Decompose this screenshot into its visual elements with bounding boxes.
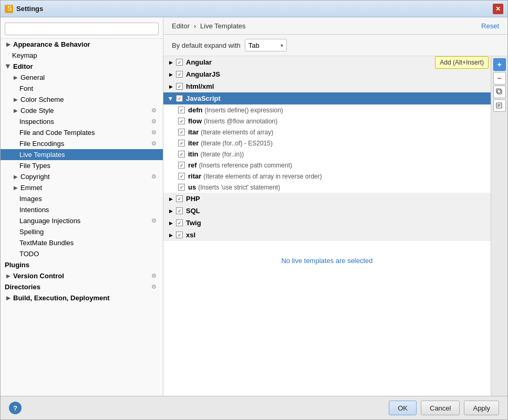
expand-label: By default expand with xyxy=(172,41,241,49)
sidebar-item-label: Code Style xyxy=(20,107,54,114)
templates-list: ▶ ✓ Angular ▶ ✓ AngularJS ▶ ✓ html/xml xyxy=(163,56,491,396)
sidebar-item-general[interactable]: ▶ General xyxy=(1,72,163,83)
sidebar-item-livetemplates[interactable]: Live Templates xyxy=(1,149,163,160)
apply-button[interactable]: Apply xyxy=(464,401,499,415)
sidebar-item-textmatebundles[interactable]: TextMate Bundles xyxy=(1,237,163,248)
sidebar-item-label: General xyxy=(20,74,45,81)
sidebar-item-plugins[interactable]: Plugins xyxy=(1,259,163,270)
sidebar-item-todo[interactable]: TODO xyxy=(1,248,163,259)
sidebar-item-label: Version Control xyxy=(13,272,64,280)
item-checkbox[interactable]: ✓ xyxy=(178,140,185,146)
sidebar-item-buildexecution[interactable]: ▶ Build, Execution, Deployment xyxy=(1,292,163,303)
expand-icon: ▶ xyxy=(168,220,174,226)
sidebar-item-versioncontrol[interactable]: ▶ Version Control ⚙ xyxy=(1,270,163,281)
edit-button[interactable] xyxy=(493,99,506,112)
template-ref[interactable]: ✓ ref (Inserts reference path comment) xyxy=(163,160,491,171)
item-checkbox[interactable]: ✓ xyxy=(178,173,185,180)
group-checkbox[interactable]: ✓ xyxy=(176,83,183,90)
group-name: Twig xyxy=(186,219,201,227)
sidebar-item-appearance[interactable]: ▶ Appearance & Behavior xyxy=(1,39,163,50)
template-name: itar xyxy=(188,128,199,136)
search-box xyxy=(1,19,163,39)
sidebar-item-label: TextMate Bundles xyxy=(19,239,74,247)
window-title: Settings xyxy=(16,5,493,13)
settings-icon: ⚙ xyxy=(151,107,159,114)
group-checkbox[interactable]: ✓ xyxy=(176,207,183,214)
sidebar-item-label: File Types xyxy=(19,162,50,170)
group-xsl[interactable]: ▶ ✓ xsl xyxy=(163,229,491,241)
sidebar-item-directories[interactable]: Directories ⚙ xyxy=(1,281,163,292)
group-checkbox[interactable]: ✓ xyxy=(176,195,183,202)
template-itin[interactable]: ✓ itin (Iterate (for..in)) xyxy=(163,149,491,160)
item-checkbox[interactable]: ✓ xyxy=(178,129,185,135)
item-checkbox[interactable]: ✓ xyxy=(178,107,185,113)
sidebar-item-keymap[interactable]: Keymap xyxy=(1,50,163,61)
sidebar-item-label: Editor xyxy=(13,62,33,70)
group-name: Angular xyxy=(186,58,212,66)
template-itar[interactable]: ✓ itar (Iterate elements of array) xyxy=(163,127,491,138)
group-twig[interactable]: ▶ ✓ Twig xyxy=(163,217,491,229)
close-button[interactable]: ✕ xyxy=(493,4,503,14)
template-name: flow xyxy=(188,117,202,125)
remove-button[interactable]: − xyxy=(493,72,506,85)
arrow-icon: ▶ xyxy=(5,295,12,302)
template-ritar[interactable]: ✓ ritar (Iterate elements of array in re… xyxy=(163,171,491,182)
sidebar-item-intentions[interactable]: Intentions xyxy=(1,204,163,215)
group-checkbox[interactable]: ✓ xyxy=(176,95,183,102)
template-flow[interactable]: ✓ flow (Inserts @flow annotation) xyxy=(163,116,491,127)
group-sql[interactable]: ▶ ✓ SQL xyxy=(163,205,491,217)
sidebar-item-emmet[interactable]: ▶ Emmet xyxy=(1,182,163,193)
group-name: JavaScript xyxy=(186,94,221,102)
group-checkbox[interactable]: ✓ xyxy=(176,59,183,66)
item-checkbox[interactable]: ✓ xyxy=(178,151,185,158)
template-desc: (Iterate elements of array in reverse or… xyxy=(203,173,322,180)
sidebar-item-font[interactable]: Font xyxy=(1,83,163,94)
group-htmlxml[interactable]: ▶ ✓ html/xml xyxy=(163,80,491,92)
group-checkbox[interactable]: ✓ xyxy=(176,219,183,226)
expand-icon: ▶ xyxy=(168,96,174,102)
sidebar-item-label: Color Scheme xyxy=(20,96,64,103)
group-php[interactable]: ▶ ✓ PHP xyxy=(163,193,491,205)
sidebar-item-fileencodings[interactable]: File Encodings ⚙ xyxy=(1,138,163,149)
sidebar-item-copyright[interactable]: ▶ Copyright ⚙ xyxy=(1,171,163,182)
sidebar-item-colorscheme[interactable]: ▶ Color Scheme xyxy=(1,94,163,105)
group-javascript[interactable]: ▶ ✓ JavaScript xyxy=(163,92,491,104)
sidebar-item-filetemplates[interactable]: File and Code Templates ⚙ xyxy=(1,127,163,138)
settings-icon: ⚙ xyxy=(151,284,159,291)
reset-button[interactable]: Reset xyxy=(481,22,499,30)
add-button[interactable]: + xyxy=(493,58,506,71)
sidebar-item-spelling[interactable]: Spelling xyxy=(1,226,163,237)
copy-button[interactable] xyxy=(493,86,506,98)
arrow-icon: ▶ xyxy=(12,107,19,114)
sidebar-item-codestyle[interactable]: ▶ Code Style ⚙ xyxy=(1,105,163,116)
template-iter[interactable]: ✓ iter (Iterate (for..of) - ES2015) xyxy=(163,138,491,149)
group-checkbox[interactable]: ✓ xyxy=(176,71,183,78)
sidebar-item-label: Language Injections xyxy=(19,217,80,225)
expand-icon: ▶ xyxy=(168,71,174,78)
help-button[interactable]: ? xyxy=(9,402,22,414)
ok-button[interactable]: OK xyxy=(389,401,417,415)
sidebar-item-label: File and Code Templates xyxy=(19,129,95,136)
search-input[interactable] xyxy=(5,23,159,35)
arrow-icon: ▶ xyxy=(5,41,12,48)
item-checkbox[interactable]: ✓ xyxy=(178,184,185,191)
expand-dropdown[interactable]: Tab ▾ xyxy=(245,39,287,51)
cancel-button[interactable]: Cancel xyxy=(421,401,460,415)
arrow-icon: ▶ xyxy=(5,63,12,70)
template-name: iter xyxy=(188,139,199,147)
item-checkbox[interactable]: ✓ xyxy=(178,162,185,169)
sidebar-item-label: TODO xyxy=(19,250,39,258)
svg-text:S: S xyxy=(7,6,12,12)
sidebar-item-editor[interactable]: ▶ Editor xyxy=(1,61,163,72)
settings-icon: ⚙ xyxy=(151,118,159,125)
template-defn[interactable]: ✓ defn (Inserts define() expression) xyxy=(163,104,491,116)
template-us[interactable]: ✓ us (Inserts 'use strict' statement) xyxy=(163,182,491,193)
item-checkbox[interactable]: ✓ xyxy=(178,118,185,124)
group-angularjs[interactable]: ▶ ✓ AngularJS xyxy=(163,68,491,80)
sidebar-item-languageinjections[interactable]: Language Injections ⚙ xyxy=(1,215,163,226)
sidebar-item-inspections[interactable]: Inspections ⚙ xyxy=(1,116,163,127)
sidebar-item-filetypes[interactable]: File Types xyxy=(1,160,163,171)
group-checkbox[interactable]: ✓ xyxy=(176,232,183,238)
sidebar-item-images[interactable]: Images xyxy=(1,193,163,204)
settings-icon: ⚙ xyxy=(151,129,159,136)
